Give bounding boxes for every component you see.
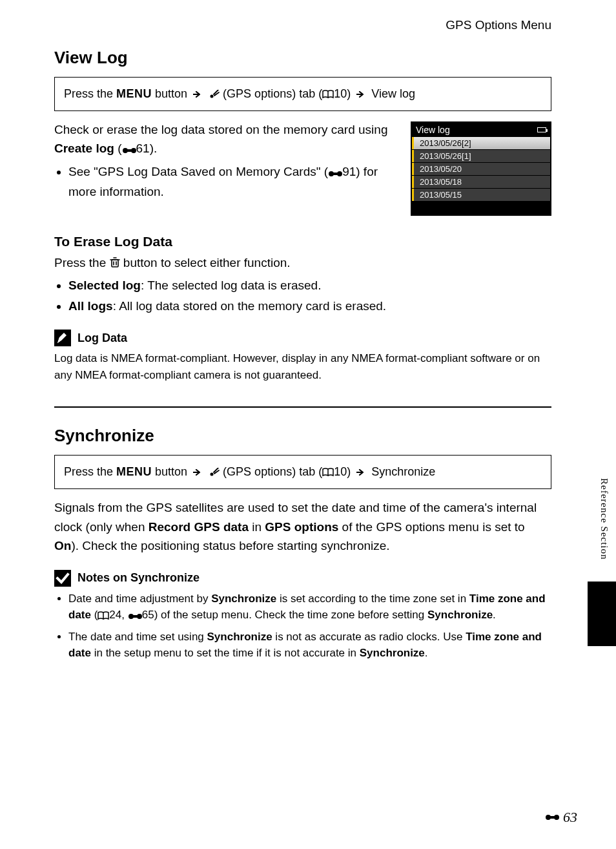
gps-satellite-icon xyxy=(208,87,220,104)
section-title-view-log: View Log xyxy=(54,48,551,68)
section-title-synchronize: Synchronize xyxy=(54,426,551,446)
menu-label: MENU xyxy=(116,465,152,478)
nav-prefix: Press the xyxy=(64,465,116,478)
page-number: 63 xyxy=(545,809,577,826)
text-bold: Synchronize xyxy=(427,609,493,621)
text: in the setup menu to set the time if it … xyxy=(91,647,360,659)
nav-word: button xyxy=(152,465,190,478)
side-tab-marker xyxy=(588,582,616,646)
pencil-note-icon xyxy=(54,330,71,346)
text-bold: GPS options xyxy=(265,520,338,534)
arrow-right-icon xyxy=(356,91,365,98)
text-bold: Synchronize xyxy=(207,631,272,643)
nav-path-synchronize: Press the MENU button (GPS options) tab … xyxy=(54,455,551,489)
ref-num: 61 xyxy=(136,142,150,155)
text: See "GPS Log Data Saved on Memory Cards"… xyxy=(68,165,328,178)
text: : The selected log data is erased. xyxy=(141,278,322,292)
view-log-intro: Check or erase the log data stored on th… xyxy=(54,120,398,203)
check-note-icon xyxy=(54,570,71,587)
text-bold: Synchronize xyxy=(211,592,276,605)
menu-label: MENU xyxy=(116,87,152,100)
list-item: Selected log: The selected log data is e… xyxy=(68,276,551,295)
nav-gps-tab: (GPS options) tab ( xyxy=(220,465,322,478)
list-item: 2013/05/15 xyxy=(412,189,550,202)
sync-body: Signals from the GPS satellites are used… xyxy=(54,498,551,555)
nav-page-ref: 10 xyxy=(334,87,347,100)
text: . xyxy=(425,647,428,659)
note-title: Notes on Synchronize xyxy=(77,571,200,585)
text: button to select either function. xyxy=(120,256,291,269)
book-icon xyxy=(322,465,334,482)
text: Press the xyxy=(54,256,110,269)
list-item: 2013/05/26[2] xyxy=(412,137,550,150)
ref-num: 24 xyxy=(109,609,121,621)
book-icon xyxy=(322,87,334,104)
arrow-right-icon xyxy=(193,91,202,98)
text: is not as accurate as radio clocks. Use xyxy=(272,631,466,643)
ref-num: 65 xyxy=(142,609,154,621)
nav-prefix: Press the xyxy=(64,87,116,100)
ref-num: 91 xyxy=(342,165,356,178)
text-bold: On xyxy=(54,539,71,552)
text-bold: Create log xyxy=(54,142,114,155)
nav-dest: Synchronize xyxy=(368,465,435,478)
list-item: All logs: All log data stored on the mem… xyxy=(68,297,551,315)
nav-dest: View log xyxy=(368,87,415,100)
reference-icon xyxy=(545,809,562,826)
reference-icon xyxy=(128,608,142,625)
subsection-title-erase: To Erase Log Data xyxy=(54,234,551,249)
book-icon xyxy=(98,608,109,625)
text: Check or erase the log data stored on th… xyxy=(54,123,387,136)
text: of the GPS options menu is set to xyxy=(338,520,524,534)
camera-screenshot: View log 2013/05/26[2] 2013/05/26[1] 201… xyxy=(411,121,551,216)
note-body: Log data is NMEA format-compliant. Howev… xyxy=(54,350,551,383)
nav-word: button xyxy=(152,87,190,100)
nav-path-view-log: Press the MENU button (GPS options) tab … xyxy=(54,77,551,111)
arrow-right-icon xyxy=(193,469,202,476)
gps-satellite-icon xyxy=(208,465,220,482)
page-content: GPS Options Menu View Log Press the MENU… xyxy=(54,18,551,666)
list-item: 2013/05/26[1] xyxy=(412,150,550,163)
text: ( xyxy=(114,142,122,155)
list-item: Date and time adjustment by Synchronize … xyxy=(68,591,551,625)
reference-icon xyxy=(328,163,342,182)
side-tab-label: Reference Section xyxy=(599,478,610,560)
text: ( xyxy=(91,609,98,621)
note-header-log-data: Log Data xyxy=(54,330,551,346)
nav-close: ) xyxy=(347,87,354,100)
trash-icon xyxy=(110,255,120,273)
text: Date and time adjustment by xyxy=(68,592,211,605)
reference-icon xyxy=(122,140,136,159)
text: : All log data stored on the memory card… xyxy=(113,299,387,313)
battery-icon xyxy=(537,127,546,132)
section-divider xyxy=(54,406,551,408)
text-bold: Selected log xyxy=(68,278,141,292)
text: . xyxy=(493,609,496,621)
text: is set according to the time zone set in xyxy=(276,592,469,605)
list-item: 2013/05/20 xyxy=(412,163,550,176)
text: ). Check the positioning status before s… xyxy=(71,539,389,552)
text-bold: Synchronize xyxy=(360,647,425,659)
text: , xyxy=(121,609,127,621)
page-number-value: 63 xyxy=(563,809,577,826)
text: ) of the setup menu. Check the time zone… xyxy=(154,609,427,621)
list-item: 2013/05/18 xyxy=(412,176,550,189)
text: in xyxy=(249,520,265,534)
erase-intro: Press the button to select either functi… xyxy=(54,253,551,273)
list-item: The date and time set using Synchronize … xyxy=(68,629,551,662)
text-bold: All logs xyxy=(68,299,113,313)
nav-gps-tab: (GPS options) tab ( xyxy=(220,87,322,100)
text: The date and time set using xyxy=(68,631,207,643)
screenshot-title: View log xyxy=(416,125,450,135)
note-header-sync: Notes on Synchronize xyxy=(54,570,551,587)
nav-close: ) xyxy=(347,465,354,478)
nav-page-ref: 10 xyxy=(334,465,347,478)
text-bold: Record GPS data xyxy=(149,520,249,534)
note-title: Log Data xyxy=(77,331,127,345)
arrow-right-icon xyxy=(356,469,365,476)
list-item: See "GPS Log Data Saved on Memory Cards"… xyxy=(68,162,398,202)
text: ). xyxy=(150,142,158,155)
screenshot-list: 2013/05/26[2] 2013/05/26[1] 2013/05/20 2… xyxy=(412,137,550,202)
page-header: GPS Options Menu xyxy=(54,18,551,32)
